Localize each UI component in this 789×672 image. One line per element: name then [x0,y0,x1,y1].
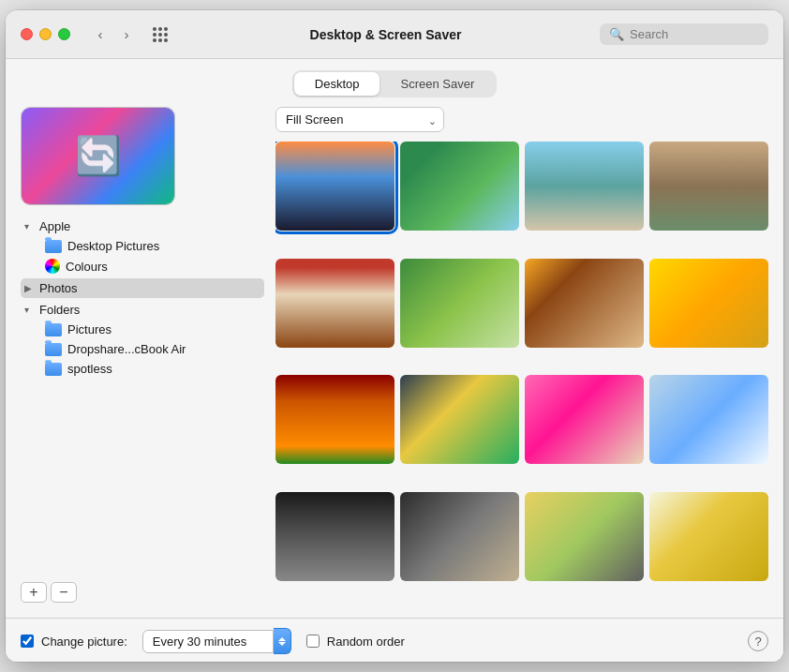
photo-cell-12[interactable] [649,375,768,464]
left-panel: 🔄 ▾ Apple Desktop Pictures [21,107,264,603]
bottom-bar: Change picture: Every 5 seconds Every 1 … [6,618,783,662]
colours-label: Colours [66,260,108,274]
rotation-icon: 🔄 [75,134,122,178]
main-content: 🔄 ▾ Apple Desktop Pictures [6,107,783,618]
forward-button[interactable]: › [115,23,138,46]
photo-cell-2[interactable] [400,142,519,231]
sidebar-item-dropshare[interactable]: Dropshare...cBook Air [39,339,264,359]
sidebar-item-folders[interactable]: ▾ Folders [21,300,264,320]
minimize-button[interactable] [39,28,52,40]
photo-cell-8[interactable] [649,259,768,348]
bottom-buttons: + − [21,582,264,603]
photo-cell-4[interactable] [649,142,768,231]
search-input[interactable] [630,27,759,41]
sidebar-item-apple[interactable]: ▾ Apple [21,217,264,236]
tab-screen-saver[interactable]: Screen Saver [380,72,495,96]
sidebar-tree: ▾ Apple Desktop Pictures Colours [21,217,264,575]
traffic-lights [21,28,70,40]
photo-grid [275,142,768,603]
change-picture-row: Change picture: [21,635,127,649]
sidebar-item-colours[interactable]: Colours [39,256,264,276]
photos-section: ▶ Photos [21,278,264,298]
search-box[interactable]: 🔍 [600,23,768,45]
arrow-down-icon [278,642,286,646]
search-icon: 🔍 [609,27,624,41]
change-picture-checkbox[interactable] [21,635,34,648]
apps-grid-button[interactable] [149,23,171,46]
expand-icon-folders: ▾ [24,305,36,315]
dropshare-label: Dropshare...cBook Air [67,342,186,356]
photo-cell-10[interactable] [400,375,519,464]
back-button[interactable]: ‹ [89,23,112,46]
tabs-bar: Desktop Screen Saver [6,59,783,107]
folder-blue-icon-2 [45,323,62,336]
interval-wrapper: Every 5 seconds Every 1 minute Every 5 m… [142,628,291,654]
fill-row: Fill Screen Fit to Screen Stretch to Fil… [275,107,768,132]
photo-cell-3[interactable] [525,142,644,231]
spotless-label: spotless [67,362,112,376]
folder-blue-icon-4 [45,363,62,376]
photo-cell-14[interactable] [400,492,519,581]
change-picture-label: Change picture: [41,635,127,649]
preview-box: 🔄 [21,107,175,205]
folder-blue-icon [45,240,62,253]
apple-label: Apple [39,219,70,233]
photo-cell-7[interactable] [525,259,644,348]
photos-label: Photos [39,281,77,295]
desktop-pictures-label: Desktop Pictures [67,239,159,253]
photo-cell-5[interactable] [275,259,394,348]
window-title: Desktop & Screen Saver [183,27,588,42]
right-panel: Fill Screen Fit to Screen Stretch to Fil… [275,107,768,603]
expand-icon: ▾ [24,221,36,231]
photo-cell-11[interactable] [525,375,644,464]
fill-select[interactable]: Fill Screen Fit to Screen Stretch to Fil… [275,107,444,132]
preview-image: 🔄 [22,108,174,204]
photo-cell-15[interactable] [525,492,644,581]
random-order-checkbox[interactable] [306,635,320,648]
fill-select-wrapper: Fill Screen Fit to Screen Stretch to Fil… [275,107,444,132]
photo-cell-6[interactable] [400,259,519,348]
add-button[interactable]: + [21,582,47,603]
pictures-label: Pictures [67,322,112,336]
interval-select[interactable]: Every 5 seconds Every 1 minute Every 5 m… [142,630,274,653]
sidebar-item-spotless[interactable]: spotless [39,359,264,379]
tabs-group: Desktop Screen Saver [292,70,497,97]
photo-cell-9[interactable] [275,375,394,464]
grid-icon [153,27,168,42]
folder-blue-icon-3 [45,343,62,356]
folders-section: ▾ Folders Pictures Dropshare...cBook Air [21,300,264,379]
expand-icon-photos: ▶ [24,283,36,293]
sidebar-item-desktop-pictures[interactable]: Desktop Pictures [39,236,264,256]
random-order-label: Random order [327,635,405,649]
tab-desktop[interactable]: Desktop [294,72,380,96]
apple-children: Desktop Pictures Colours [21,236,264,276]
titlebar: ‹ › Desktop & Screen Saver 🔍 [6,10,783,59]
remove-button[interactable]: − [51,582,77,603]
help-button[interactable]: ? [748,631,768,651]
close-button[interactable] [21,28,33,40]
apple-section: ▾ Apple Desktop Pictures Colours [21,217,264,276]
photo-cell-13[interactable] [275,492,394,581]
nav-buttons: ‹ › [89,23,138,46]
maximize-button[interactable] [58,28,70,40]
folders-children: Pictures Dropshare...cBook Air spotless [21,320,264,379]
arrow-up-icon [278,637,286,641]
interval-stepper[interactable] [274,628,291,654]
main-window: ‹ › Desktop & Screen Saver 🔍 Desktop Scr… [6,10,783,662]
colours-icon [45,259,60,274]
folders-label: Folders [39,303,80,317]
photo-cell-16[interactable] [649,492,768,581]
random-order-row: Random order [306,635,405,649]
photo-cell-1[interactable] [275,142,394,231]
sidebar-item-pictures[interactable]: Pictures [39,320,264,339]
sidebar-item-photos[interactable]: ▶ Photos [21,278,264,298]
